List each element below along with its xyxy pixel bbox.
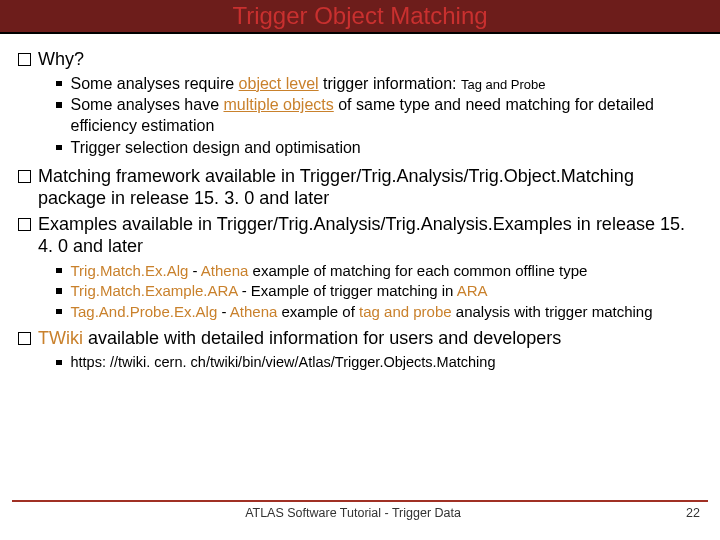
box-icon — [18, 53, 31, 66]
footer-center: ATLAS Software Tutorial - Trigger Data — [245, 506, 461, 520]
sub-text: Some analyses have multiple objects of s… — [71, 95, 703, 137]
sub-list: Some analyses require object level trigg… — [56, 74, 702, 159]
square-icon — [56, 81, 62, 87]
bullet-twiki: TWiki available with detailed informatio… — [18, 327, 702, 350]
box-icon — [18, 170, 31, 183]
bullet-framework: Matching framework available in Trigger/… — [18, 165, 702, 210]
footer: ATLAS Software Tutorial - Trigger Data 2… — [0, 500, 720, 520]
sub-item: Tag.And.Probe.Ex.Alg - Athena example of… — [56, 302, 702, 322]
sub-text: Tag.And.Probe.Ex.Alg - Athena example of… — [71, 302, 703, 322]
sub-text: Trigger selection design and optimisatio… — [71, 138, 703, 159]
sub-item: Trigger selection design and optimisatio… — [56, 138, 702, 159]
slide-content: Why? Some analyses require object level … — [0, 34, 720, 372]
sub-text: Trig.Match.Example.ARA - Example of trig… — [71, 281, 703, 301]
title-bar: Trigger Object Matching — [0, 0, 720, 32]
sub-item: Trig.Match.Ex.Alg - Athena example of ma… — [56, 261, 702, 281]
divider-bottom — [12, 500, 708, 502]
slide-title: Trigger Object Matching — [232, 2, 487, 29]
sub-item: Some analyses require object level trigg… — [56, 74, 702, 95]
bullet-text: Matching framework available in Trigger/… — [38, 165, 702, 210]
sub-item: https: //twiki. cern. ch/twiki/bin/view/… — [56, 353, 702, 372]
square-icon — [56, 102, 62, 108]
square-icon — [56, 268, 62, 274]
sub-item: Trig.Match.Example.ARA - Example of trig… — [56, 281, 702, 301]
sub-item: Some analyses have multiple objects of s… — [56, 95, 702, 137]
bullet-text: TWiki available with detailed informatio… — [38, 327, 702, 350]
box-icon — [18, 332, 31, 345]
square-icon — [56, 309, 62, 315]
square-icon — [56, 360, 62, 366]
sub-list: https: //twiki. cern. ch/twiki/bin/view/… — [56, 353, 702, 372]
bullet-examples: Examples available in Trigger/Trig.Analy… — [18, 213, 702, 258]
sub-list: Trig.Match.Ex.Alg - Athena example of ma… — [56, 261, 702, 322]
bullet-label: Why? — [38, 48, 702, 71]
footer-row: ATLAS Software Tutorial - Trigger Data 2… — [0, 506, 720, 520]
sub-text: https: //twiki. cern. ch/twiki/bin/view/… — [71, 353, 703, 372]
sub-text: Some analyses require object level trigg… — [71, 74, 703, 95]
square-icon — [56, 145, 62, 151]
square-icon — [56, 288, 62, 294]
bullet-text: Examples available in Trigger/Trig.Analy… — [38, 213, 702, 258]
box-icon — [18, 218, 31, 231]
sub-text: Trig.Match.Ex.Alg - Athena example of ma… — [71, 261, 703, 281]
bullet-why: Why? — [18, 48, 702, 71]
footer-page: 22 — [686, 506, 700, 520]
